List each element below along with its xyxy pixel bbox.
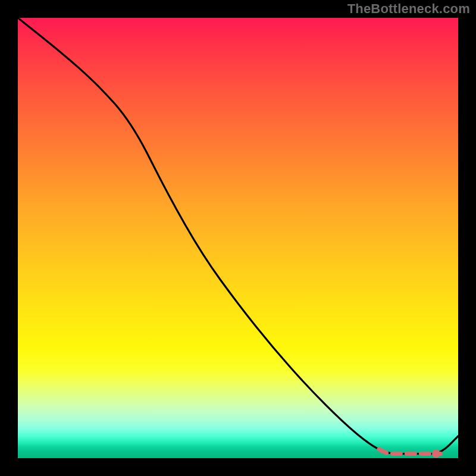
- svg-point-0: [432, 450, 440, 458]
- optimal-range-marker: [18, 18, 458, 458]
- plot-area: [18, 18, 458, 458]
- watermark-text: TheBottleneck.com: [347, 1, 470, 17]
- chart-frame: TheBottleneck.com: [0, 0, 476, 476]
